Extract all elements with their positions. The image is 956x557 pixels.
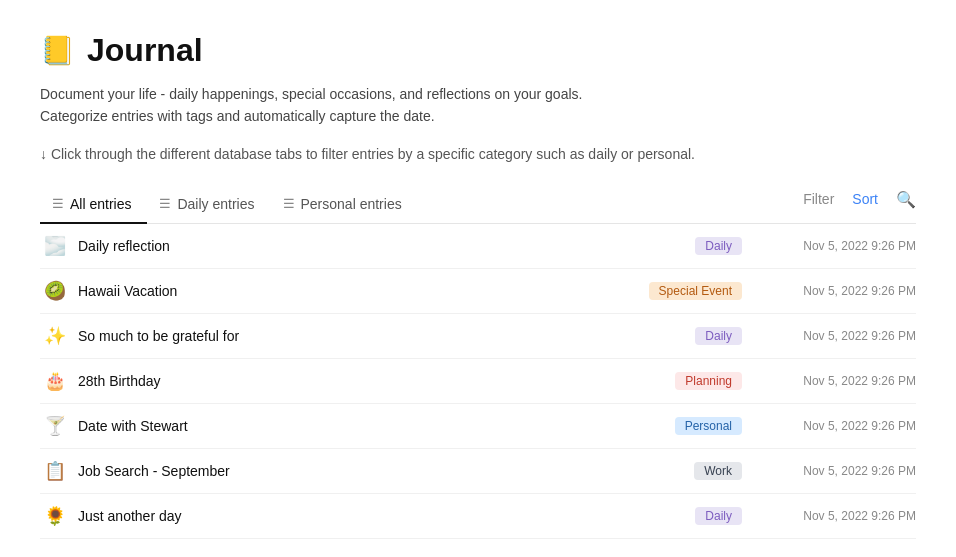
tab-all-entries-icon: ☰: [52, 196, 64, 211]
tab-personal-entries-icon: ☰: [283, 196, 295, 211]
entry-emoji: 🍸: [40, 415, 70, 437]
entry-name: Hawaii Vacation: [78, 283, 649, 299]
entry-emoji: 🌻: [40, 505, 70, 527]
entry-tag: Work: [694, 462, 742, 480]
entry-date: Nov 5, 2022 9:26 PM: [766, 239, 916, 253]
entry-tag: Daily: [695, 237, 742, 255]
tab-daily-entries-icon: ☰: [159, 196, 171, 211]
entry-name: Job Search - September: [78, 463, 694, 479]
table-row[interactable]: 🎂 28th Birthday Planning Nov 5, 2022 9:2…: [40, 359, 916, 404]
entry-date: Nov 5, 2022 9:26 PM: [766, 464, 916, 478]
entry-name: So much to be grateful for: [78, 328, 695, 344]
description-line1: Document your life - daily happenings, s…: [40, 83, 916, 105]
tab-all-entries[interactable]: ☰ All entries: [40, 186, 147, 224]
entry-date: Nov 5, 2022 9:26 PM: [766, 509, 916, 523]
tabs-list: ☰ All entries ☰ Daily entries ☰ Personal…: [40, 186, 418, 223]
tab-personal-entries[interactable]: ☰ Personal entries: [271, 186, 418, 224]
entry-name: Daily reflection: [78, 238, 695, 254]
entry-date: Nov 5, 2022 9:26 PM: [766, 374, 916, 388]
entry-date: Nov 5, 2022 9:26 PM: [766, 284, 916, 298]
entry-name: Just another day: [78, 508, 695, 524]
page-header: 📒 Journal: [40, 32, 916, 69]
tab-personal-entries-label: Personal entries: [301, 196, 402, 212]
entry-name: 28th Birthday: [78, 373, 675, 389]
page-description: Document your life - daily happenings, s…: [40, 83, 916, 128]
table-row[interactable]: 📋 Job Search - September Work Nov 5, 202…: [40, 449, 916, 494]
entry-tag: Planning: [675, 372, 742, 390]
table-row[interactable]: 🌻 Just another day Daily Nov 5, 2022 9:2…: [40, 494, 916, 539]
entry-emoji: ✨: [40, 325, 70, 347]
entry-tag: Daily: [695, 327, 742, 345]
entry-emoji: 🥝: [40, 280, 70, 302]
tabs-bar: ☰ All entries ☰ Daily entries ☰ Personal…: [40, 186, 916, 224]
filter-button[interactable]: Filter: [803, 191, 834, 207]
sort-button[interactable]: Sort: [852, 191, 878, 207]
journal-icon: 📒: [40, 34, 75, 67]
hint-text: ↓ Click through the different database t…: [40, 146, 916, 162]
tab-daily-entries-label: Daily entries: [177, 196, 254, 212]
entry-emoji: 🎂: [40, 370, 70, 392]
entry-date: Nov 5, 2022 9:26 PM: [766, 329, 916, 343]
entry-emoji: 🌫️: [40, 235, 70, 257]
table-row[interactable]: 🍸 Date with Stewart Personal Nov 5, 2022…: [40, 404, 916, 449]
description-line2: Categorize entries with tags and automat…: [40, 105, 916, 127]
toolbar: Filter Sort 🔍: [803, 190, 916, 219]
page-title: Journal: [87, 32, 203, 69]
tab-all-entries-label: All entries: [70, 196, 131, 212]
entry-tag: Daily: [695, 507, 742, 525]
entry-emoji: 📋: [40, 460, 70, 482]
entry-tag: Special Event: [649, 282, 742, 300]
search-icon[interactable]: 🔍: [896, 190, 916, 209]
entries-list: 🌫️ Daily reflection Daily Nov 5, 2022 9:…: [40, 224, 916, 539]
entry-date: Nov 5, 2022 9:26 PM: [766, 419, 916, 433]
table-row[interactable]: 🌫️ Daily reflection Daily Nov 5, 2022 9:…: [40, 224, 916, 269]
table-row[interactable]: ✨ So much to be grateful for Daily Nov 5…: [40, 314, 916, 359]
entry-tag: Personal: [675, 417, 742, 435]
entry-name: Date with Stewart: [78, 418, 675, 434]
tab-daily-entries[interactable]: ☰ Daily entries: [147, 186, 270, 224]
table-row[interactable]: 🥝 Hawaii Vacation Special Event Nov 5, 2…: [40, 269, 916, 314]
